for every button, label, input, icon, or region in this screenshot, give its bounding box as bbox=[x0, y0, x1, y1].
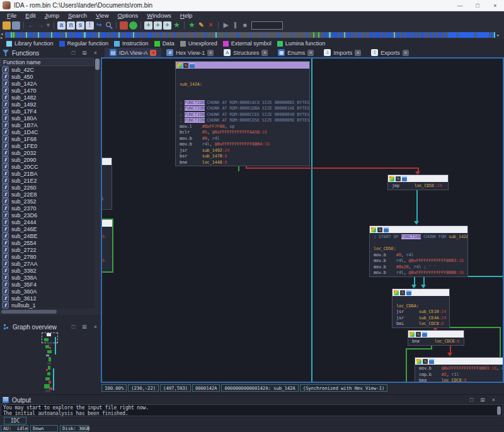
menu-edit[interactable]: Edit bbox=[21, 11, 40, 20]
tab-close-icon[interactable]: × bbox=[150, 50, 156, 56]
node-view-icon[interactable] bbox=[406, 290, 411, 295]
node-title-bar[interactable]: ✎ bbox=[415, 358, 503, 365]
function-list-item-sub_21BA[interactable]: fsub_21BA bbox=[0, 170, 94, 177]
jump-to-address-icon[interactable]: a bbox=[57, 21, 66, 30]
function-list-item-sub_180A[interactable]: fsub_180A bbox=[0, 115, 94, 122]
navband-right-arrow-icon[interactable]: ▸ bbox=[497, 32, 500, 38]
navband-strip[interactable] bbox=[5, 32, 495, 38]
output-log[interactable]: You may start to explore the input file … bbox=[1, 404, 503, 416]
function-list-item-sub_450[interactable]: fsub_450 bbox=[0, 73, 94, 80]
function-list-item-sub_1470[interactable]: fsub_1470 bbox=[0, 87, 94, 94]
node-edit-icon[interactable]: ✎ bbox=[423, 359, 428, 364]
function-list-item-sub_1482[interactable]: fsub_1482 bbox=[0, 94, 94, 101]
tab-close-icon[interactable]: × bbox=[403, 50, 409, 56]
function-list-item-sub_2260[interactable]: fsub_2260 bbox=[0, 184, 94, 191]
function-list-item-sub_2722[interactable]: fsub_2722 bbox=[0, 246, 94, 253]
functions-vertical-scrollbar[interactable] bbox=[94, 58, 100, 309]
node-edit-icon[interactable]: ✎ bbox=[377, 227, 382, 232]
function-list-item-sub_3382[interactable]: fsub_3382 bbox=[0, 267, 94, 274]
output-float-icon[interactable]: ⊞ bbox=[480, 397, 485, 403]
function-list-item-sub_1FE0[interactable]: fsub_1FE0 bbox=[0, 142, 94, 149]
tab-enums[interactable]: ▦Enums× bbox=[273, 48, 319, 57]
function-list-item-sub_360A[interactable]: fsub_360A bbox=[0, 288, 94, 295]
node-loc_CDC0[interactable]: ✎mov.b @0xFFFFFFFFFFFF8003:16, r1lcmp.b … bbox=[415, 357, 503, 382]
jump-by-name-icon[interactable]: n bbox=[67, 21, 75, 30]
function-list-item-sub_27AA[interactable]: fsub_27AA bbox=[0, 260, 94, 267]
node-bne-loc_CDC6[interactable]: ✎bne loc_CDC6:8 bbox=[408, 330, 464, 346]
function-list-item-sub_1D4C[interactable]: fsub_1D4C bbox=[0, 128, 94, 135]
node-view-icon[interactable] bbox=[402, 176, 407, 181]
navigate-forward-icon[interactable]: → bbox=[37, 21, 45, 30]
function-list-item-sub_246E[interactable]: fsub_246E bbox=[0, 225, 94, 232]
node-edit-icon[interactable]: ✎ bbox=[183, 63, 188, 68]
function-list-item-sub_35F4[interactable]: fsub_35F4 bbox=[0, 281, 94, 288]
functions-float-icon[interactable]: ⊞ bbox=[82, 50, 87, 56]
menu-view[interactable]: View bbox=[91, 11, 113, 20]
tab-ida-view-a[interactable]: ▤IDA View-A× bbox=[105, 48, 161, 57]
minimize-button[interactable]: — bbox=[451, 0, 469, 11]
command-input[interactable] bbox=[251, 21, 283, 30]
node-view-icon[interactable] bbox=[190, 63, 195, 68]
tab-imports[interactable]: ⇩Imports× bbox=[319, 48, 366, 57]
node-edit-icon[interactable]: ✎ bbox=[400, 290, 405, 295]
jump-xref-icon[interactable]: ↪ bbox=[95, 21, 103, 30]
menu-jump[interactable]: Jump bbox=[40, 11, 64, 20]
node-color-icon[interactable] bbox=[389, 176, 394, 181]
functions-hscroll-thumb[interactable] bbox=[1, 310, 57, 314]
node-title-bar[interactable]: ✎ bbox=[408, 331, 464, 338]
function-list-item-sub_2370[interactable]: fsub_2370 bbox=[0, 205, 94, 212]
save-file-icon[interactable] bbox=[12, 21, 20, 30]
node-edit-icon[interactable]: ✎ bbox=[416, 332, 421, 337]
node-left-partial-a[interactable]: ✎r4l bbox=[102, 157, 112, 210]
navigate-back-icon[interactable]: ← bbox=[27, 21, 35, 30]
navigator-image-icon[interactable] bbox=[120, 21, 128, 30]
function-list-item-sub_17F4[interactable]: fsub_17F4 bbox=[0, 108, 94, 115]
node-color-icon[interactable] bbox=[410, 332, 415, 337]
output-restore-icon[interactable]: □ bbox=[470, 397, 473, 403]
function-list-item-sub_22E8[interactable]: fsub_22E8 bbox=[0, 191, 94, 198]
debugger-run-icon[interactable]: ▶ bbox=[222, 21, 230, 30]
open-file-icon[interactable] bbox=[3, 21, 11, 30]
jump-to-segment-icon[interactable]: s bbox=[76, 21, 84, 30]
jump-to-problem-icon[interactable]: ! bbox=[86, 21, 94, 30]
tab-close-icon[interactable]: × bbox=[207, 50, 214, 56]
lumina-pull-icon[interactable]: ★ bbox=[188, 21, 196, 30]
forward-history-dropdown-icon[interactable]: ▾ bbox=[46, 21, 50, 30]
create-struct-icon[interactable]: + bbox=[144, 21, 152, 30]
function-list-item-sub_1492[interactable]: fsub_1492 bbox=[0, 101, 94, 108]
output-close-icon[interactable]: × bbox=[492, 397, 495, 403]
function-list-item-sub_3612[interactable]: fsub_3612 bbox=[0, 295, 94, 302]
node-loc_CD6A[interactable]: ✎loc_CD6A:jsr sub_CE10:24jsr sub_CE4A:24… bbox=[392, 288, 450, 328]
function-list-item-sub_1B7A[interactable]: fsub_1B7A bbox=[0, 122, 94, 128]
menu-file[interactable]: File bbox=[3, 11, 21, 20]
tab-structures[interactable]: AStructures× bbox=[219, 48, 273, 57]
idc-command-tab[interactable]: IDC bbox=[4, 417, 26, 424]
menu-options[interactable]: Options bbox=[113, 11, 143, 20]
function-list-item-sub_2032[interactable]: fsub_2032 bbox=[0, 149, 94, 156]
node-left-partial-b[interactable]: ✎:16:16 bbox=[102, 219, 113, 273]
function-list-item-sub_42C[interactable]: fsub_42C bbox=[0, 66, 94, 73]
function-list-item-sub_21E2[interactable]: fsub_21E2 bbox=[0, 177, 94, 184]
lumina-push-icon[interactable]: ★ bbox=[173, 21, 181, 30]
delete-function-icon[interactable]: × bbox=[207, 21, 215, 30]
menu-search[interactable]: Search bbox=[64, 11, 91, 20]
functions-restore-icon[interactable]: □ bbox=[72, 50, 75, 56]
tab-hex-view-1[interactable]: #Hex View-1× bbox=[161, 48, 219, 57]
overview-restore-icon[interactable]: □ bbox=[72, 324, 75, 330]
node-loc_CD5E[interactable]: ✎; START OF FUNCTION CHUNK FOR sub_142Al… bbox=[369, 225, 468, 277]
node-title-bar[interactable]: ✎ bbox=[370, 226, 467, 233]
node-edit-icon[interactable]: ✎ bbox=[396, 176, 401, 181]
tab-close-icon[interactable]: × bbox=[307, 50, 314, 56]
close-button[interactable]: × bbox=[486, 0, 504, 11]
node-title-bar[interactable]: ✎ bbox=[102, 158, 112, 165]
menu-windows[interactable]: Windows bbox=[142, 11, 176, 20]
function-list-item-sub_2352[interactable]: fsub_2352 bbox=[0, 198, 94, 205]
function-list-item-sub_1F68[interactable]: fsub_1F68 bbox=[0, 135, 94, 142]
function-list-item-sub_142A[interactable]: fsub_142A bbox=[0, 80, 94, 87]
function-list-item-nullsub_1[interactable]: fnullsub_1 bbox=[0, 302, 94, 309]
tab-exports[interactable]: ⇧Exports× bbox=[366, 48, 414, 57]
node-jmp-loc_CD5E[interactable]: ✎jmp loc_CD5E:24 bbox=[387, 174, 449, 190]
debugger-stop-icon[interactable]: ■ bbox=[241, 21, 249, 30]
function-list-item-sub_24BE[interactable]: fsub_24BE bbox=[0, 232, 94, 239]
node-sub_142A[interactable]: ✎sub_142A:; FUNCTION CHUNK AT ROM:00001A… bbox=[175, 61, 310, 166]
